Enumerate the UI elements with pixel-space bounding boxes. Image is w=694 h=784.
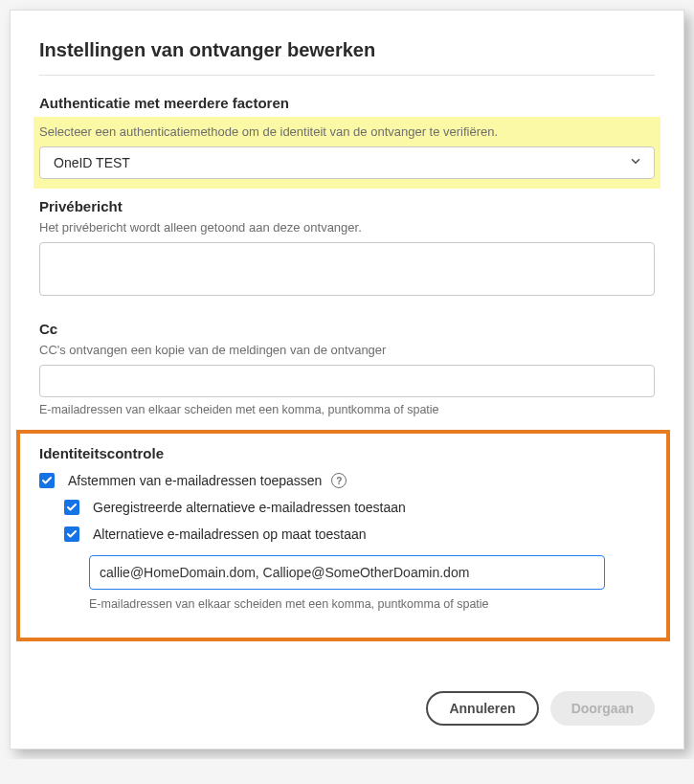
allow-registered-alt-row: Geregistreerde alternatieve e-mailadress… bbox=[64, 500, 655, 515]
custom-alt-email-helper: E-mailadressen van elkaar scheiden met e… bbox=[89, 597, 655, 611]
allow-registered-alt-label: Geregistreerde alternatieve e-mailadress… bbox=[93, 500, 406, 515]
private-message-heading: Privébericht bbox=[39, 198, 655, 214]
cc-input[interactable] bbox=[39, 365, 655, 397]
cc-section: Cc CC's ontvangen een kopie van de meldi… bbox=[39, 321, 655, 416]
chevron-down-icon bbox=[629, 155, 642, 171]
auth-heading: Authenticatie met meerdere factoren bbox=[39, 95, 655, 111]
auth-description: Selecteer een authenticatiemethode om de… bbox=[39, 124, 655, 139]
allow-registered-alt-checkbox[interactable] bbox=[64, 500, 79, 515]
custom-alt-email-input[interactable] bbox=[89, 555, 605, 590]
cc-heading: Cc bbox=[39, 321, 655, 337]
continue-button[interactable]: Doorgaan bbox=[550, 691, 655, 726]
identity-heading: Identiteitscontrole bbox=[39, 445, 655, 461]
cc-description: CC's ontvangen een kopie van de meldinge… bbox=[39, 343, 655, 357]
enforce-email-matching-checkbox[interactable] bbox=[39, 473, 55, 488]
dialog-title: Instellingen van ontvanger bewerken bbox=[39, 39, 655, 61]
custom-alt-email-wrap: E-mailadressen van elkaar scheiden met e… bbox=[89, 542, 655, 611]
enforce-email-matching-label: Afstemmen van e-mailadressen toepassen bbox=[68, 473, 322, 488]
allow-custom-alt-row: Alternatieve e-mailadressen op maat toes… bbox=[64, 526, 655, 542]
divider bbox=[39, 75, 655, 76]
private-message-section: Privébericht Het privébericht wordt alle… bbox=[39, 198, 655, 313]
info-icon[interactable]: ? bbox=[331, 473, 347, 488]
cc-helper: E-mailadressen van elkaar scheiden met e… bbox=[39, 403, 655, 416]
auth-method-selected: OneID TEST bbox=[54, 155, 130, 170]
enforce-email-matching-row: Afstemmen van e-mailadressen toepassen ? bbox=[39, 473, 655, 488]
dialog-button-row: Annuleren Doorgaan bbox=[39, 691, 655, 726]
cancel-button[interactable]: Annuleren bbox=[426, 691, 538, 726]
identity-section-highlight: Identiteitscontrole Afstemmen van e-mail… bbox=[16, 430, 670, 641]
allow-custom-alt-label: Alternatieve e-mailadressen op maat toes… bbox=[93, 526, 367, 542]
private-message-input[interactable] bbox=[39, 242, 655, 296]
auth-highlight: Selecteer een authenticatiemethode om de… bbox=[34, 117, 660, 189]
edit-recipient-settings-dialog: Instellingen van ontvanger bewerken Auth… bbox=[10, 10, 684, 750]
auth-section: Authenticatie met meerdere factoren Sele… bbox=[39, 95, 655, 189]
allow-custom-alt-checkbox[interactable] bbox=[64, 526, 79, 542]
auth-method-select[interactable]: OneID TEST bbox=[39, 146, 655, 179]
private-message-description: Het privébericht wordt alleen getoond aa… bbox=[39, 220, 655, 235]
